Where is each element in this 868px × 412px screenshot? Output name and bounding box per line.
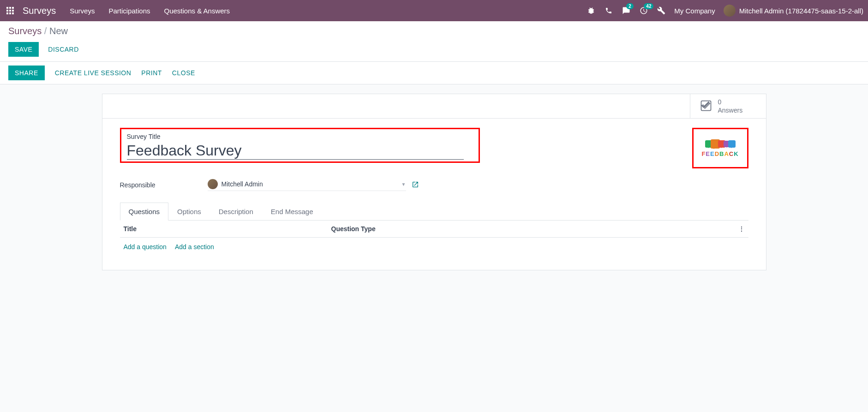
breadcrumb: Surveys / New	[8, 26, 860, 36]
tab-content: Title Question Type ⋮ Add a question Add…	[120, 221, 748, 256]
nav-right: 2 42 My Company Mitchell Admin (17824475…	[587, 5, 863, 17]
stat-count: 0	[718, 98, 743, 106]
form-sheet: 0 Answers Survey Title FEEDBACK	[102, 94, 766, 270]
speech-bubbles-icon	[706, 139, 735, 149]
user-menu[interactable]: Mitchell Admin (17824475-saas-15-2-all)	[724, 5, 863, 17]
form-container: 0 Answers Survey Title FEEDBACK	[0, 84, 868, 280]
bug-icon[interactable]	[587, 6, 596, 15]
survey-title-label: Survey Title	[127, 133, 473, 140]
breadcrumb-current: New	[49, 26, 68, 36]
answers-stat-button[interactable]: 0 Answers	[690, 94, 766, 118]
feedback-image-box[interactable]: FEEDBACK	[692, 128, 748, 168]
add-question-link[interactable]: Add a question	[124, 243, 167, 251]
print-button[interactable]: PRINT	[141, 69, 162, 77]
avatar-icon	[208, 179, 218, 189]
responsible-value: Mitchell Admin	[221, 180, 263, 188]
button-row: SAVE DISCARD	[8, 42, 860, 61]
kebab-menu-icon[interactable]: ⋮	[738, 225, 745, 233]
top-navbar: Surveys Surveys Participations Questions…	[0, 0, 868, 21]
company-selector[interactable]: My Company	[674, 7, 715, 15]
save-button[interactable]: SAVE	[8, 42, 39, 57]
user-name: Mitchell Admin (17824475-saas-15-2-all)	[739, 7, 863, 15]
tab-options[interactable]: Options	[168, 203, 210, 220]
responsible-label: Responsible	[120, 181, 208, 189]
messages-badge: 2	[626, 3, 634, 9]
column-question-type: Question Type	[331, 225, 738, 233]
add-section-link[interactable]: Add a section	[175, 243, 214, 251]
nav-menu: Surveys Participations Questions & Answe…	[70, 7, 587, 15]
create-session-button[interactable]: CREATE LIVE SESSION	[55, 69, 132, 77]
discard-button[interactable]: DISCARD	[48, 46, 79, 53]
activities-badge: 42	[644, 3, 653, 9]
nav-item-participations[interactable]: Participations	[108, 7, 150, 15]
activities-icon[interactable]: 42	[639, 6, 648, 15]
messages-icon[interactable]: 2	[622, 6, 631, 15]
title-highlight-box: Survey Title	[120, 128, 480, 163]
close-button[interactable]: CLOSE	[172, 69, 195, 77]
header-section: Surveys / New SAVE DISCARD	[0, 21, 868, 61]
stat-row: 0 Answers	[102, 94, 766, 119]
share-button[interactable]: SHARE	[8, 66, 45, 80]
table-row-actions: Add a question Add a section	[120, 238, 748, 256]
responsible-input[interactable]: Mitchell Admin ▼	[208, 179, 406, 191]
nav-item-qa[interactable]: Questions & Answers	[164, 7, 230, 15]
stat-label: Answers	[718, 106, 743, 114]
phone-icon[interactable]	[604, 6, 613, 15]
app-brand[interactable]: Surveys	[23, 6, 56, 16]
tab-description[interactable]: Description	[210, 203, 262, 220]
breadcrumb-root[interactable]: Surveys	[8, 26, 42, 36]
avatar-icon	[724, 5, 736, 17]
checkbox-icon	[700, 99, 712, 113]
form-body: Survey Title FEEDBACK Responsible Mitche…	[102, 119, 766, 270]
table-header: Title Question Type ⋮	[120, 221, 748, 238]
survey-title-input[interactable]	[127, 142, 464, 160]
column-title: Title	[124, 225, 331, 233]
tab-end-message[interactable]: End Message	[262, 203, 322, 220]
external-link-icon[interactable]	[412, 181, 419, 190]
breadcrumb-separator: /	[44, 26, 49, 36]
responsible-field: Responsible Mitchell Admin ▼	[120, 179, 748, 191]
nav-item-surveys[interactable]: Surveys	[70, 7, 95, 15]
chevron-down-icon: ▼	[401, 182, 406, 187]
stat-text: 0 Answers	[718, 98, 743, 114]
apps-menu-icon[interactable]	[5, 5, 16, 16]
tools-icon[interactable]	[657, 6, 666, 15]
action-bar: SHARE CREATE LIVE SESSION PRINT CLOSE	[0, 61, 868, 84]
tab-questions[interactable]: Questions	[120, 203, 169, 221]
tabs: Questions Options Description End Messag…	[120, 203, 748, 221]
feedback-word: FEEDBACK	[701, 150, 738, 157]
